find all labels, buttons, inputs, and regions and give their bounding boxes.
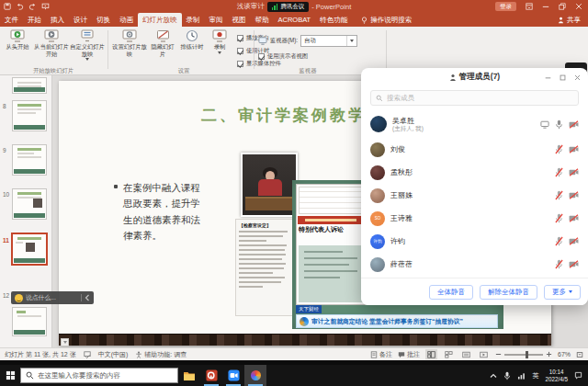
zoom-percent[interactable]: 67% (558, 351, 571, 358)
spell-check-icon[interactable] (84, 351, 91, 358)
tab-home[interactable]: 开始 (23, 13, 46, 27)
chat-input-placeholder[interactable]: 说点什么... (26, 293, 56, 302)
mic-muted-icon[interactable] (555, 213, 563, 223)
tab-acrobat[interactable]: ACROBAT (274, 13, 316, 27)
setup-slideshow-button[interactable]: 设置幻灯片放映 (111, 28, 148, 57)
member-row[interactable]: 刘俊 (361, 138, 588, 161)
meeting-floating-widget[interactable]: 腾讯会议 (267, 2, 310, 12)
mic-muted-icon[interactable] (555, 167, 563, 177)
member-row[interactable]: 王丽姝 (361, 184, 588, 207)
camera-off-icon[interactable] (569, 168, 579, 176)
tab-features[interactable]: 特色功能 (315, 13, 352, 27)
input-language-indicator[interactable]: 英 (532, 371, 538, 380)
close-icon[interactable] (575, 3, 582, 10)
minimize-icon[interactable] (545, 74, 551, 81)
close-icon[interactable] (574, 74, 581, 81)
mute-all-button[interactable]: 全体静音 (429, 285, 473, 300)
zoom-slider[interactable] (495, 351, 552, 358)
minimize-icon[interactable] (542, 3, 549, 10)
zoom-in-icon[interactable] (546, 351, 552, 358)
camera-off-icon[interactable] (569, 214, 579, 222)
tell-me-search[interactable]: 操作说明搜索 (361, 13, 412, 27)
start-button[interactable] (0, 365, 20, 386)
tab-insert[interactable]: 插入 (46, 13, 69, 27)
tab-slideshow[interactable]: 幻灯片放映 (138, 13, 182, 27)
comments-button[interactable]: 批注 (398, 350, 420, 359)
hide-slide-button[interactable]: 隐藏幻灯片 (149, 28, 176, 57)
member-row[interactable]: SO 王诗雅 (361, 207, 588, 230)
taskbar-clock[interactable]: 10:14 2022/4/5 (545, 369, 568, 382)
tab-record[interactable]: 录制 (182, 13, 205, 27)
slide-thumbnail[interactable] (12, 144, 47, 176)
tab-view[interactable]: 视图 (228, 13, 251, 27)
mic-muted-icon[interactable] (555, 259, 563, 269)
undo-icon[interactable] (16, 3, 24, 10)
save-icon[interactable] (4, 3, 11, 10)
fit-slide-icon[interactable] (576, 351, 583, 358)
screen-share-icon[interactable] (540, 120, 549, 129)
tab-transitions[interactable]: 切换 (92, 13, 115, 27)
ribbon-display-icon[interactable] (526, 3, 533, 10)
camera-off-icon[interactable] (569, 145, 579, 153)
monitor-select[interactable]: 自动 (300, 35, 357, 47)
camera-off-icon[interactable] (569, 120, 579, 129)
member-row[interactable]: 薛蓓蓓 (361, 253, 588, 276)
member-row[interactable]: 孟秋彤 (361, 161, 588, 184)
accessibility-indicator[interactable]: 辅助功能: 调查 (135, 350, 187, 359)
tab-review[interactable]: 审阅 (205, 13, 228, 27)
slide-thumbnail[interactable] (12, 100, 47, 131)
slide-thumbnail-selected[interactable] (11, 233, 48, 266)
taskbar-search-input[interactable] (38, 371, 173, 380)
restore-icon[interactable] (559, 3, 566, 10)
meeting-chat-bar[interactable]: 说点什么... (11, 291, 94, 304)
custom-slideshow-button[interactable]: 自定义幻灯片放映 (70, 28, 105, 61)
from-beginning-button[interactable]: 从头开始 (3, 28, 32, 51)
member-search-box[interactable] (370, 90, 579, 106)
mic-muted-icon[interactable] (555, 236, 563, 246)
camera-off-icon[interactable] (569, 260, 579, 268)
file-explorer-icon[interactable] (178, 365, 200, 386)
camera-off-icon[interactable] (569, 191, 579, 199)
mic-muted-icon[interactable] (555, 190, 563, 200)
rehearse-timings-button[interactable]: 排练计时 (176, 28, 208, 51)
language-indicator[interactable]: 中文(中国) (98, 350, 129, 359)
mic-tray-icon[interactable] (503, 371, 511, 380)
chevron-down-icon[interactable] (346, 36, 356, 46)
view-slide-sorter-icon[interactable] (443, 349, 455, 359)
member-row[interactable]: 吴卓胜 (主持人, 我) (361, 110, 588, 138)
from-current-slide-button[interactable]: 从当前幻灯片开始 (33, 28, 70, 57)
active-app-icon[interactable] (244, 365, 266, 386)
slide-thumbnail[interactable] (12, 77, 47, 94)
tencent-meeting-icon[interactable] (222, 365, 244, 386)
taskbar-search-box[interactable] (20, 368, 178, 383)
collapse-left-icon[interactable] (85, 294, 90, 301)
tab-animations[interactable]: 动画 (115, 13, 138, 27)
member-row[interactable]: 许钧 许钧 (361, 230, 588, 253)
mic-icon[interactable] (555, 119, 563, 130)
mic-muted-icon[interactable] (555, 144, 563, 154)
view-normal-icon[interactable] (425, 349, 437, 359)
slide-thumbnail[interactable] (12, 188, 47, 220)
powerpoint-taskbar-icon[interactable] (200, 365, 222, 386)
zoom-out-icon[interactable] (495, 351, 502, 358)
notes-button[interactable]: 备注 (370, 350, 392, 359)
action-center-icon[interactable] (574, 371, 582, 380)
tab-help[interactable]: 帮助 (251, 13, 274, 27)
chevron-up-icon[interactable] (490, 373, 497, 379)
tab-design[interactable]: 设计 (69, 13, 92, 27)
start-slideshow-icon[interactable] (41, 3, 50, 10)
unmute-all-button[interactable]: 解除全体静音 (480, 285, 537, 300)
camera-off-icon[interactable] (569, 237, 579, 245)
view-reading-icon[interactable] (460, 349, 472, 359)
view-slideshow-icon[interactable] (478, 349, 490, 359)
use-presenter-view-checkbox[interactable]: 使用演示者视图 (258, 52, 308, 61)
member-search-input[interactable] (387, 94, 573, 102)
tab-file[interactable]: 文件 (0, 13, 23, 27)
more-button[interactable]: 更多 (544, 285, 581, 300)
signin-button[interactable]: 登录 (495, 2, 516, 11)
zoom-thumb[interactable] (526, 351, 528, 358)
emoji-icon[interactable] (15, 294, 23, 302)
record-button[interactable]: 录制 (208, 28, 232, 54)
zoom-track[interactable] (504, 354, 543, 356)
maximize-icon[interactable] (560, 74, 566, 81)
